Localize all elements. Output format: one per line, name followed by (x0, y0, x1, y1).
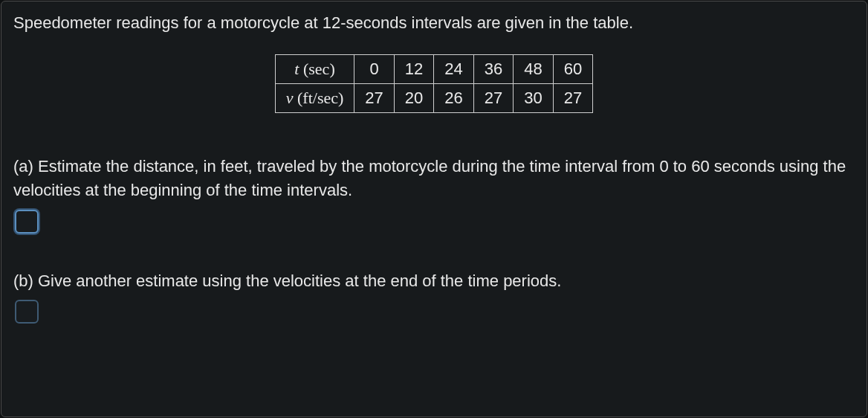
t-cell-4: 48 (514, 54, 553, 83)
part-b-answer-input[interactable] (15, 300, 39, 324)
v-cell-4: 30 (514, 83, 553, 112)
problem-panel: Speedometer readings for a motorcycle at… (1, 1, 867, 417)
data-table: t (sec) 0 12 24 36 48 60 v (ft/sec) 27 2… (275, 54, 593, 113)
part-a-text: (a) Estimate the distance, in feet, trav… (13, 155, 855, 202)
spacer (13, 234, 855, 263)
v-cell-0: 27 (354, 83, 394, 112)
t-unit-open: ( (299, 60, 308, 78)
part-b-text: (b) Give another estimate using the velo… (13, 269, 855, 293)
row-header-t: t (sec) (275, 54, 354, 83)
v-unit-close: ) (338, 89, 343, 107)
table-row: t (sec) 0 12 24 36 48 60 (275, 54, 592, 83)
v-unit: ft/sec (302, 89, 338, 107)
v-cell-1: 20 (394, 83, 433, 112)
problem-intro: Speedometer readings for a motorcycle at… (13, 12, 855, 35)
t-cell-1: 12 (394, 54, 433, 83)
v-unit-open: ( (294, 89, 303, 107)
t-cell-2: 24 (434, 54, 473, 83)
part-a-answer-input[interactable] (15, 210, 39, 234)
v-cell-2: 26 (434, 83, 473, 112)
row-header-v: v (ft/sec) (275, 83, 354, 112)
t-cell-3: 36 (473, 54, 513, 83)
t-cell-0: 0 (354, 54, 394, 83)
v-cell-5: 27 (553, 83, 592, 112)
t-cell-5: 60 (553, 54, 592, 83)
v-variable: v (286, 89, 294, 107)
data-table-wrap: t (sec) 0 12 24 36 48 60 v (ft/sec) 27 2… (13, 54, 855, 113)
table-row: v (ft/sec) 27 20 26 27 30 27 (275, 83, 592, 112)
t-unit-close: ) (329, 60, 334, 78)
v-cell-3: 27 (473, 83, 513, 112)
t-unit: sec (308, 60, 329, 78)
